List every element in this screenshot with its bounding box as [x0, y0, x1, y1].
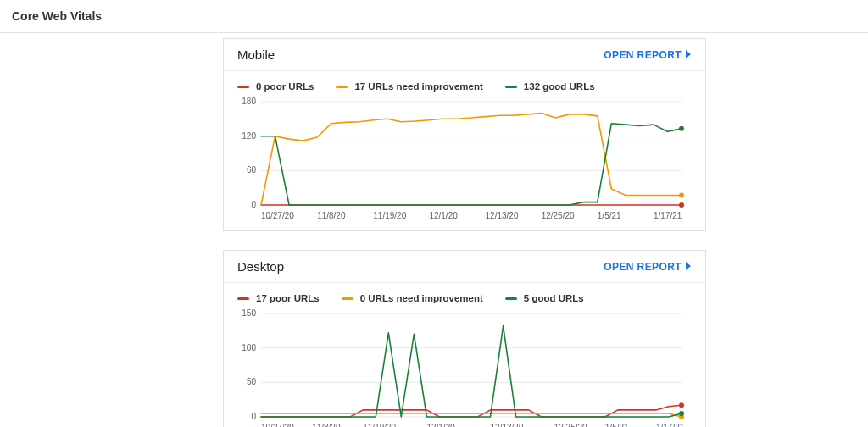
svg-text:12/1/20: 12/1/20: [429, 211, 458, 220]
open-report-mobile[interactable]: OPEN REPORT: [604, 49, 692, 61]
svg-text:120: 120: [242, 131, 256, 141]
legend-item-good: 132 good URLs: [505, 81, 595, 92]
page-title: Core Web Vitals: [12, 9, 102, 23]
svg-text:1/17/21: 1/17/21: [654, 211, 682, 220]
svg-text:11/19/20: 11/19/20: [363, 423, 396, 427]
chevron-right-icon: [685, 49, 692, 61]
svg-text:12/25/20: 12/25/20: [542, 211, 575, 220]
legend-label-good: 132 good URLs: [524, 81, 595, 92]
legend-mobile: 0 poor URLs 17 URLs need improvement 132…: [224, 71, 705, 97]
svg-text:150: 150: [242, 308, 256, 318]
svg-text:11/8/20: 11/8/20: [312, 423, 341, 427]
svg-text:1/5/21: 1/5/21: [598, 211, 621, 220]
card-desktop-header: Desktop OPEN REPORT: [224, 251, 705, 282]
card-mobile: Mobile OPEN REPORT 0 poor URLs 17 URLs n…: [223, 38, 706, 231]
legend-item-good: 5 good URLs: [505, 293, 584, 303]
svg-text:0: 0: [251, 412, 256, 421]
legend-label-poor: 17 poor URLs: [256, 293, 320, 303]
open-report-label: OPEN REPORT: [604, 49, 682, 61]
chart-mobile: 06012018010/27/2011/8/2011/19/2012/1/201…: [237, 97, 693, 224]
svg-text:1/17/21: 1/17/21: [656, 423, 685, 427]
chart-mobile-wrap: 06012018010/27/2011/8/2011/19/2012/1/201…: [224, 97, 705, 230]
svg-text:60: 60: [247, 165, 257, 175]
legend-swatch-need: [342, 297, 353, 300]
legend-item-need: 17 URLs need improvement: [336, 81, 482, 92]
svg-text:10/27/20: 10/27/20: [261, 423, 294, 427]
svg-text:10/27/20: 10/27/20: [261, 211, 294, 220]
legend-desktop: 17 poor URLs 0 URLs need improvement 5 g…: [224, 283, 705, 308]
chart-desktop-wrap: 05010015010/27/2011/8/2011/19/2012/1/201…: [224, 308, 705, 427]
svg-text:12/13/20: 12/13/20: [486, 211, 519, 220]
svg-text:12/13/20: 12/13/20: [491, 423, 524, 427]
legend-label-good: 5 good URLs: [524, 293, 584, 303]
legend-swatch-good: [505, 297, 517, 300]
svg-text:180: 180: [242, 97, 256, 106]
open-report-desktop[interactable]: OPEN REPORT: [604, 261, 692, 273]
legend-label-poor: 0 poor URLs: [256, 81, 314, 92]
svg-point-18: [679, 126, 684, 131]
card-desktop-title: Desktop: [237, 259, 284, 274]
open-report-label: OPEN REPORT: [604, 261, 682, 273]
svg-point-35: [679, 402, 684, 408]
legend-swatch-poor: [237, 86, 249, 88]
content-area: Mobile OPEN REPORT 0 poor URLs 17 URLs n…: [0, 33, 868, 427]
legend-item-poor: 17 poor URLs: [237, 293, 320, 303]
legend-swatch-good: [505, 86, 517, 88]
chart-desktop: 05010015010/27/2011/8/2011/19/2012/1/201…: [237, 308, 693, 427]
chevron-right-icon: [685, 261, 692, 273]
svg-text:11/19/20: 11/19/20: [373, 211, 406, 220]
card-mobile-title: Mobile: [237, 47, 275, 62]
legend-label-need: 17 URLs need improvement: [354, 81, 482, 92]
svg-text:11/8/20: 11/8/20: [317, 211, 346, 220]
legend-swatch-poor: [237, 297, 249, 300]
svg-text:1/5/21: 1/5/21: [605, 423, 629, 427]
legend-swatch-need: [336, 86, 348, 88]
svg-point-16: [679, 202, 684, 208]
svg-text:100: 100: [242, 343, 256, 352]
card-mobile-header: Mobile OPEN REPORT: [224, 39, 705, 70]
svg-text:12/1/20: 12/1/20: [426, 423, 455, 427]
svg-text:12/25/20: 12/25/20: [554, 423, 587, 427]
svg-text:0: 0: [251, 200, 256, 209]
legend-item-poor: 0 poor URLs: [237, 81, 314, 92]
svg-text:50: 50: [247, 377, 257, 386]
legend-item-need: 0 URLs need improvement: [342, 293, 483, 303]
svg-point-17: [679, 192, 684, 197]
legend-label-need: 0 URLs need improvement: [360, 293, 483, 303]
card-desktop: Desktop OPEN REPORT 17 poor URLs 0 URLs …: [223, 250, 706, 427]
svg-point-37: [679, 411, 684, 416]
